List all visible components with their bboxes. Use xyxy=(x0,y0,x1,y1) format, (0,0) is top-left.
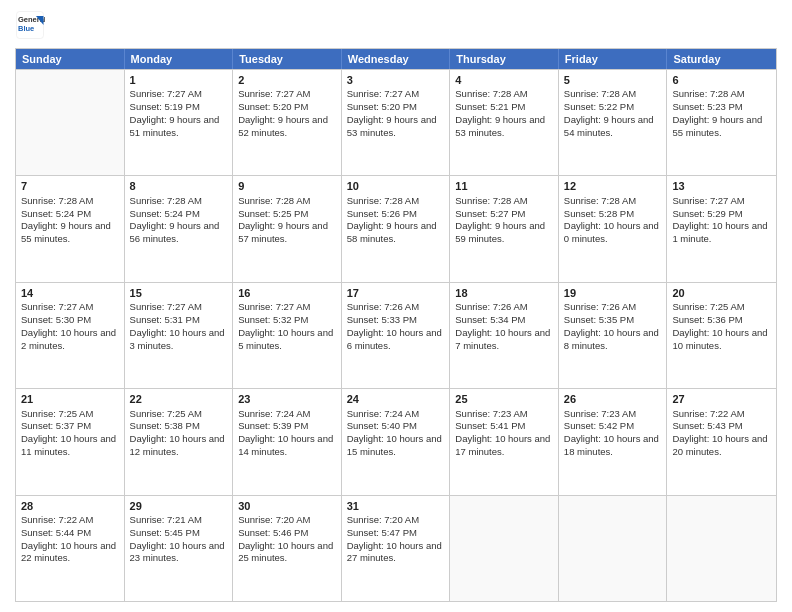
day-info: Sunrise: 7:28 AM Sunset: 5:25 PM Dayligh… xyxy=(238,195,336,246)
day-cell-7: 7Sunrise: 7:28 AM Sunset: 5:24 PM Daylig… xyxy=(16,176,125,281)
day-cell-20: 20Sunrise: 7:25 AM Sunset: 5:36 PM Dayli… xyxy=(667,283,776,388)
calendar: SundayMondayTuesdayWednesdayThursdayFrid… xyxy=(15,48,777,602)
day-number: 6 xyxy=(672,73,771,87)
day-info: Sunrise: 7:28 AM Sunset: 5:22 PM Dayligh… xyxy=(564,88,662,139)
day-cell-9: 9Sunrise: 7:28 AM Sunset: 5:25 PM Daylig… xyxy=(233,176,342,281)
day-info: Sunrise: 7:25 AM Sunset: 5:36 PM Dayligh… xyxy=(672,301,771,352)
day-header-sunday: Sunday xyxy=(16,49,125,69)
day-cell-empty xyxy=(559,496,668,601)
day-info: Sunrise: 7:27 AM Sunset: 5:20 PM Dayligh… xyxy=(238,88,336,139)
day-number: 8 xyxy=(130,179,228,193)
day-number: 20 xyxy=(672,286,771,300)
logo-icon: General Blue xyxy=(15,10,45,40)
day-cell-21: 21Sunrise: 7:25 AM Sunset: 5:37 PM Dayli… xyxy=(16,389,125,494)
day-header-monday: Monday xyxy=(125,49,234,69)
calendar-header: SundayMondayTuesdayWednesdayThursdayFrid… xyxy=(16,49,776,69)
day-cell-19: 19Sunrise: 7:26 AM Sunset: 5:35 PM Dayli… xyxy=(559,283,668,388)
day-cell-3: 3Sunrise: 7:27 AM Sunset: 5:20 PM Daylig… xyxy=(342,70,451,175)
day-number: 24 xyxy=(347,392,445,406)
day-cell-12: 12Sunrise: 7:28 AM Sunset: 5:28 PM Dayli… xyxy=(559,176,668,281)
day-number: 31 xyxy=(347,499,445,513)
day-cell-31: 31Sunrise: 7:20 AM Sunset: 5:47 PM Dayli… xyxy=(342,496,451,601)
day-cell-15: 15Sunrise: 7:27 AM Sunset: 5:31 PM Dayli… xyxy=(125,283,234,388)
day-info: Sunrise: 7:27 AM Sunset: 5:19 PM Dayligh… xyxy=(130,88,228,139)
day-number: 18 xyxy=(455,286,553,300)
day-number: 10 xyxy=(347,179,445,193)
day-number: 17 xyxy=(347,286,445,300)
page: General Blue SundayMondayTuesdayWednesda… xyxy=(0,0,792,612)
day-number: 4 xyxy=(455,73,553,87)
day-info: Sunrise: 7:27 AM Sunset: 5:30 PM Dayligh… xyxy=(21,301,119,352)
day-number: 21 xyxy=(21,392,119,406)
day-number: 2 xyxy=(238,73,336,87)
day-cell-24: 24Sunrise: 7:24 AM Sunset: 5:40 PM Dayli… xyxy=(342,389,451,494)
day-cell-16: 16Sunrise: 7:27 AM Sunset: 5:32 PM Dayli… xyxy=(233,283,342,388)
day-info: Sunrise: 7:21 AM Sunset: 5:45 PM Dayligh… xyxy=(130,514,228,565)
day-header-saturday: Saturday xyxy=(667,49,776,69)
day-number: 1 xyxy=(130,73,228,87)
day-number: 30 xyxy=(238,499,336,513)
week-row-2: 7Sunrise: 7:28 AM Sunset: 5:24 PM Daylig… xyxy=(16,175,776,281)
day-cell-5: 5Sunrise: 7:28 AM Sunset: 5:22 PM Daylig… xyxy=(559,70,668,175)
day-info: Sunrise: 7:27 AM Sunset: 5:32 PM Dayligh… xyxy=(238,301,336,352)
day-number: 15 xyxy=(130,286,228,300)
day-cell-13: 13Sunrise: 7:27 AM Sunset: 5:29 PM Dayli… xyxy=(667,176,776,281)
day-cell-empty xyxy=(450,496,559,601)
header: General Blue xyxy=(15,10,777,40)
day-info: Sunrise: 7:22 AM Sunset: 5:44 PM Dayligh… xyxy=(21,514,119,565)
day-number: 19 xyxy=(564,286,662,300)
week-row-5: 28Sunrise: 7:22 AM Sunset: 5:44 PM Dayli… xyxy=(16,495,776,601)
day-info: Sunrise: 7:24 AM Sunset: 5:39 PM Dayligh… xyxy=(238,408,336,459)
day-info: Sunrise: 7:20 AM Sunset: 5:46 PM Dayligh… xyxy=(238,514,336,565)
day-cell-27: 27Sunrise: 7:22 AM Sunset: 5:43 PM Dayli… xyxy=(667,389,776,494)
day-info: Sunrise: 7:28 AM Sunset: 5:23 PM Dayligh… xyxy=(672,88,771,139)
day-cell-2: 2Sunrise: 7:27 AM Sunset: 5:20 PM Daylig… xyxy=(233,70,342,175)
day-number: 16 xyxy=(238,286,336,300)
day-info: Sunrise: 7:26 AM Sunset: 5:34 PM Dayligh… xyxy=(455,301,553,352)
day-number: 11 xyxy=(455,179,553,193)
day-number: 14 xyxy=(21,286,119,300)
day-cell-1: 1Sunrise: 7:27 AM Sunset: 5:19 PM Daylig… xyxy=(125,70,234,175)
day-info: Sunrise: 7:27 AM Sunset: 5:29 PM Dayligh… xyxy=(672,195,771,246)
logo: General Blue xyxy=(15,10,47,40)
day-info: Sunrise: 7:27 AM Sunset: 5:20 PM Dayligh… xyxy=(347,88,445,139)
day-cell-14: 14Sunrise: 7:27 AM Sunset: 5:30 PM Dayli… xyxy=(16,283,125,388)
day-info: Sunrise: 7:28 AM Sunset: 5:24 PM Dayligh… xyxy=(21,195,119,246)
svg-text:Blue: Blue xyxy=(18,24,34,33)
day-number: 29 xyxy=(130,499,228,513)
day-info: Sunrise: 7:23 AM Sunset: 5:42 PM Dayligh… xyxy=(564,408,662,459)
day-number: 13 xyxy=(672,179,771,193)
day-info: Sunrise: 7:26 AM Sunset: 5:35 PM Dayligh… xyxy=(564,301,662,352)
calendar-body: 1Sunrise: 7:27 AM Sunset: 5:19 PM Daylig… xyxy=(16,69,776,601)
day-info: Sunrise: 7:24 AM Sunset: 5:40 PM Dayligh… xyxy=(347,408,445,459)
day-info: Sunrise: 7:26 AM Sunset: 5:33 PM Dayligh… xyxy=(347,301,445,352)
day-cell-29: 29Sunrise: 7:21 AM Sunset: 5:45 PM Dayli… xyxy=(125,496,234,601)
day-header-friday: Friday xyxy=(559,49,668,69)
day-cell-empty xyxy=(667,496,776,601)
day-number: 3 xyxy=(347,73,445,87)
day-cell-30: 30Sunrise: 7:20 AM Sunset: 5:46 PM Dayli… xyxy=(233,496,342,601)
day-info: Sunrise: 7:20 AM Sunset: 5:47 PM Dayligh… xyxy=(347,514,445,565)
week-row-4: 21Sunrise: 7:25 AM Sunset: 5:37 PM Dayli… xyxy=(16,388,776,494)
day-info: Sunrise: 7:28 AM Sunset: 5:27 PM Dayligh… xyxy=(455,195,553,246)
day-number: 12 xyxy=(564,179,662,193)
day-header-thursday: Thursday xyxy=(450,49,559,69)
day-info: Sunrise: 7:25 AM Sunset: 5:38 PM Dayligh… xyxy=(130,408,228,459)
day-number: 9 xyxy=(238,179,336,193)
day-cell-28: 28Sunrise: 7:22 AM Sunset: 5:44 PM Dayli… xyxy=(16,496,125,601)
week-row-1: 1Sunrise: 7:27 AM Sunset: 5:19 PM Daylig… xyxy=(16,69,776,175)
day-number: 5 xyxy=(564,73,662,87)
day-cell-23: 23Sunrise: 7:24 AM Sunset: 5:39 PM Dayli… xyxy=(233,389,342,494)
day-info: Sunrise: 7:25 AM Sunset: 5:37 PM Dayligh… xyxy=(21,408,119,459)
day-number: 22 xyxy=(130,392,228,406)
day-cell-4: 4Sunrise: 7:28 AM Sunset: 5:21 PM Daylig… xyxy=(450,70,559,175)
day-number: 7 xyxy=(21,179,119,193)
day-header-tuesday: Tuesday xyxy=(233,49,342,69)
day-info: Sunrise: 7:27 AM Sunset: 5:31 PM Dayligh… xyxy=(130,301,228,352)
day-number: 27 xyxy=(672,392,771,406)
day-info: Sunrise: 7:28 AM Sunset: 5:26 PM Dayligh… xyxy=(347,195,445,246)
day-cell-18: 18Sunrise: 7:26 AM Sunset: 5:34 PM Dayli… xyxy=(450,283,559,388)
week-row-3: 14Sunrise: 7:27 AM Sunset: 5:30 PM Dayli… xyxy=(16,282,776,388)
day-cell-8: 8Sunrise: 7:28 AM Sunset: 5:24 PM Daylig… xyxy=(125,176,234,281)
day-cell-10: 10Sunrise: 7:28 AM Sunset: 5:26 PM Dayli… xyxy=(342,176,451,281)
